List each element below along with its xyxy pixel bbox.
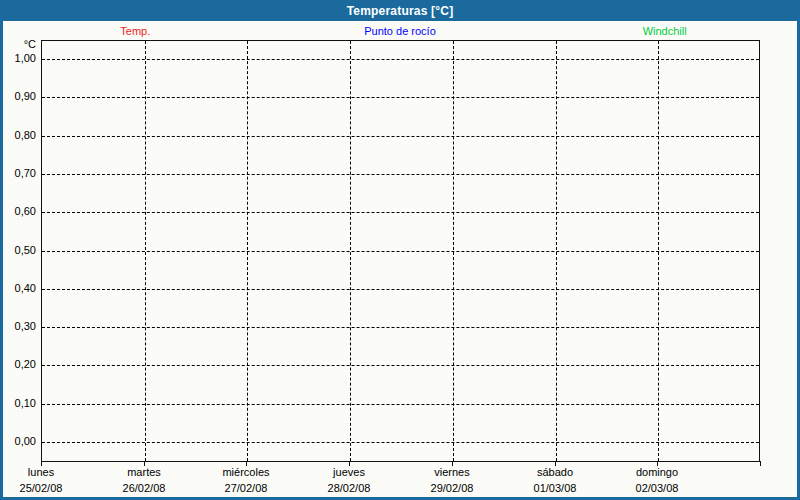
y-tick-label: 0,50 [0, 244, 36, 257]
y-gridline [42, 327, 759, 328]
x-date-label: 25/02/08 [0, 482, 93, 495]
y-gridline [42, 442, 759, 443]
day-boundary-gridline [247, 41, 248, 461]
y-tick-label: 0,30 [0, 320, 36, 333]
y-gridline [42, 212, 759, 213]
y-tick-label: 0,10 [0, 397, 36, 410]
y-gridline [42, 174, 759, 175]
x-date-label: 29/02/08 [400, 482, 504, 495]
y-gridline [42, 404, 759, 405]
x-tick-mark [760, 461, 761, 466]
x-day-name-label: domingo [605, 466, 709, 479]
x-date-label: 27/02/08 [194, 482, 298, 495]
legend-item-temp: Temp. [3, 24, 268, 39]
x-day-name-label: jueves [297, 466, 401, 479]
day-boundary-gridline [658, 41, 659, 461]
y-tick-label: 0,20 [0, 358, 36, 371]
chart-window: Temperaturas [°C] Temp. Punto de rocío W… [0, 0, 800, 500]
y-gridline [42, 97, 759, 98]
y-tick-label: 0,70 [0, 167, 36, 180]
y-gridline [42, 136, 759, 137]
x-date-label: 01/03/08 [503, 482, 607, 495]
x-day-name-label: sábado [503, 466, 607, 479]
legend-item-windchill: Windchill [532, 24, 797, 39]
x-date-label: 28/02/08 [297, 482, 401, 495]
y-tick-label: 0,80 [0, 129, 36, 142]
x-date-label: 26/02/08 [92, 482, 196, 495]
day-boundary-gridline [453, 41, 454, 461]
y-gridline [42, 365, 759, 366]
y-axis-unit-label: °C [0, 38, 36, 50]
chart-titlebar: Temperaturas [°C] [0, 0, 800, 21]
day-boundary-gridline [556, 41, 557, 461]
y-gridline [42, 59, 759, 60]
y-gridline [42, 289, 759, 290]
legend-item-dew-point: Punto de rocío [268, 24, 533, 39]
y-tick-label: 0,40 [0, 282, 36, 295]
plot-area [41, 40, 760, 462]
y-tick-label: 0,60 [0, 205, 36, 218]
day-boundary-gridline [145, 41, 146, 461]
y-gridline [42, 251, 759, 252]
x-day-name-label: martes [92, 466, 196, 479]
x-day-name-label: miércoles [194, 466, 298, 479]
x-day-name-label: lunes [0, 466, 93, 479]
chart-legend: Temp. Punto de rocío Windchill [3, 24, 797, 39]
chart-title: Temperaturas [°C] [347, 4, 454, 18]
y-tick-label: 1,00 [0, 52, 36, 65]
day-boundary-gridline [350, 41, 351, 461]
x-day-name-label: viernes [400, 466, 504, 479]
y-tick-label: 0,00 [0, 435, 36, 448]
y-tick-label: 0,90 [0, 90, 36, 103]
x-date-label: 02/03/08 [605, 482, 709, 495]
